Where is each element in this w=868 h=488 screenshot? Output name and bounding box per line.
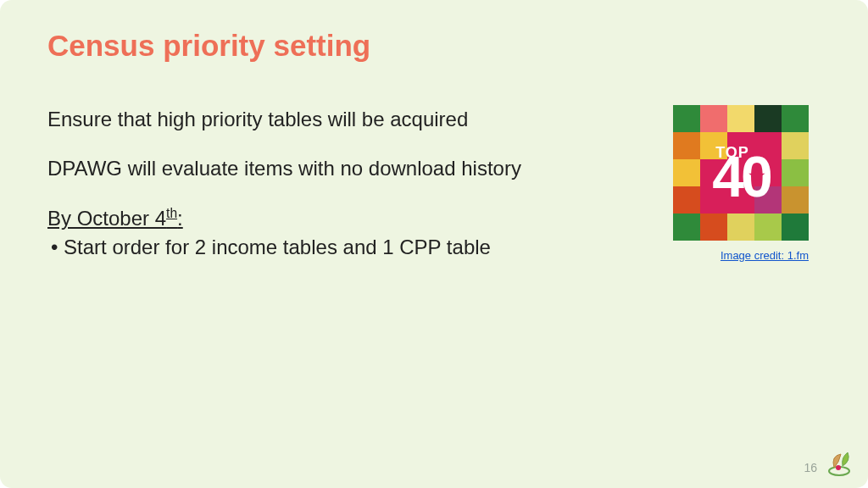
slide-body: Ensure that high priority tables will be…	[47, 107, 590, 260]
top40-grid-cell	[700, 105, 727, 132]
top40-grid-cell	[782, 214, 809, 241]
top40-number: 40★	[712, 153, 770, 199]
top40-grid-cell	[782, 105, 809, 132]
top40-grid-cell	[782, 186, 809, 214]
star-icon: ★	[748, 169, 762, 184]
deadline-prefix: By October 4	[47, 207, 166, 230]
top40-grid-cell	[782, 132, 809, 159]
top40-grid-cell	[673, 105, 700, 132]
top40-zero: 0★	[741, 153, 770, 199]
top40-grid-cell	[727, 105, 754, 132]
paragraph-2: DPAWG will evaluate items with no downlo…	[47, 156, 590, 181]
top40-overlay: TOP 40★	[712, 147, 770, 200]
top40-grid-cell	[673, 186, 700, 214]
svg-point-1	[836, 465, 841, 470]
top40-grid-cell	[727, 214, 754, 241]
top40-grid-cell	[673, 132, 700, 159]
top40-grid-cell	[700, 214, 727, 241]
deadline-heading: By October 4th:	[47, 205, 590, 231]
top40-four: 4	[712, 153, 741, 199]
top40-image: TOP 40★	[673, 105, 809, 241]
deadline-colon: :	[177, 207, 183, 230]
top40-grid-cell	[673, 159, 700, 186]
paragraph-1: Ensure that high priority tables will be…	[47, 107, 590, 132]
footer-logo-icon	[822, 446, 856, 480]
deadline-suffix: th	[166, 206, 177, 220]
slide: Census priority setting Ensure that high…	[0, 0, 868, 488]
top40-grid-cell	[754, 105, 782, 132]
top40-grid-cell	[673, 214, 700, 241]
page-number: 16	[804, 461, 817, 474]
image-credit-link[interactable]: Image credit: 1.fm	[721, 249, 809, 262]
slide-title: Census priority setting	[47, 29, 370, 63]
bullet-1: • Start order for 2 income tables and 1 …	[47, 235, 590, 260]
top40-grid-cell	[754, 214, 782, 241]
top40-grid-cell	[782, 159, 809, 186]
